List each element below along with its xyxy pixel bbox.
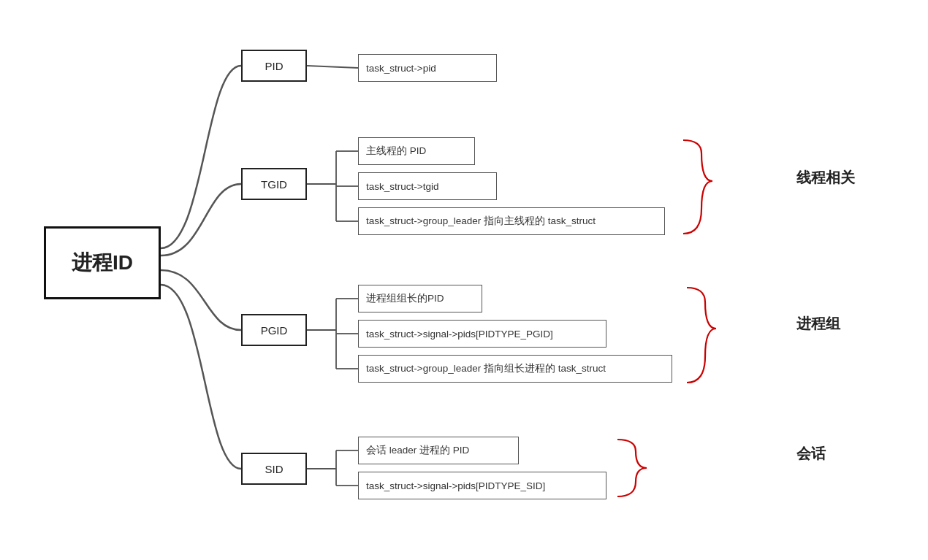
tgid-info-1-text: 主线程的 PID (366, 145, 426, 158)
session-label: 会话 (796, 444, 826, 464)
sid-info-2: task_struct->signal->pids[PIDTYPE_SID] (358, 472, 606, 499)
pid-label: PID (265, 60, 283, 72)
sid-info-1-text: 会话 leader 进程的 PID (366, 444, 469, 457)
diagram: 进程ID PID TGID PGID SID task_struct->pid … (0, 0, 928, 560)
tgid-info-3-text: task_struct->group_leader 指向主线程的 task_st… (366, 215, 596, 228)
tgid-label: TGID (261, 178, 287, 191)
pgid-info-1-text: 进程组组长的PID (366, 292, 444, 305)
pid-node: PID (241, 50, 307, 82)
pgid-info-2: task_struct->signal->pids[PIDTYPE_PGID] (358, 320, 606, 348)
tgid-node: TGID (241, 168, 307, 200)
main-label: 进程ID (72, 249, 133, 277)
main-node: 进程ID (44, 226, 161, 299)
tgid-info-2: task_struct->tgid (358, 172, 497, 200)
sid-label: SID (265, 463, 283, 475)
tgid-info-3: task_struct->group_leader 指向主线程的 task_st… (358, 207, 665, 235)
sid-info-1: 会话 leader 进程的 PID (358, 437, 519, 464)
sid-node: SID (241, 453, 307, 485)
pgid-info-3: task_struct->group_leader 指向组长进程的 task_s… (358, 355, 672, 383)
pgid-node: PGID (241, 314, 307, 346)
pgid-info-2-text: task_struct->signal->pids[PIDTYPE_PGID] (366, 329, 553, 340)
sid-info-2-text: task_struct->signal->pids[PIDTYPE_SID] (366, 480, 545, 491)
svg-line-0 (307, 66, 358, 68)
pgid-info-1: 进程组组长的PID (358, 285, 482, 312)
thread-label: 线程相关 (796, 168, 855, 188)
pgid-label: PGID (261, 324, 288, 337)
pid-info-1: task_struct->pid (358, 54, 497, 82)
tgid-info-1: 主线程的 PID (358, 137, 475, 165)
pid-info-1-text: task_struct->pid (366, 63, 436, 74)
pgid-info-3-text: task_struct->group_leader 指向组长进程的 task_s… (366, 362, 606, 375)
tgid-info-2-text: task_struct->tgid (366, 181, 438, 192)
group-label: 进程组 (796, 314, 840, 334)
